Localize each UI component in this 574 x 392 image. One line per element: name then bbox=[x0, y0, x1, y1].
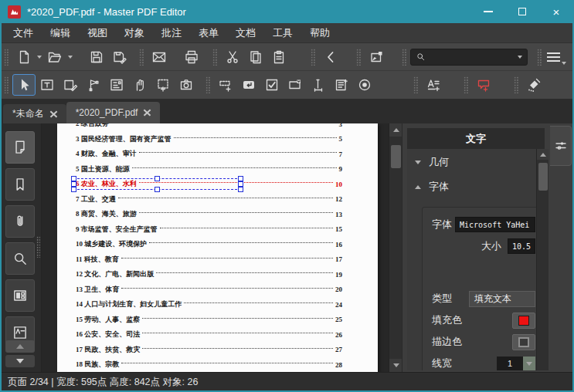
callout-annotation-button[interactable] bbox=[472, 74, 495, 96]
open-file-dropdown[interactable] bbox=[66, 46, 74, 68]
tab-close-icon[interactable] bbox=[144, 110, 151, 117]
copy-button[interactable] bbox=[244, 46, 267, 68]
menu-item[interactable]: 文档 bbox=[227, 23, 264, 42]
toc-row[interactable]: 4 财政、金融、审计7 bbox=[57, 147, 378, 162]
edit-image-tool-button[interactable] bbox=[59, 74, 82, 96]
new-document-button[interactable] bbox=[12, 46, 36, 68]
sidebar-search-button[interactable] bbox=[5, 242, 35, 275]
toolbar-drag-handle[interactable] bbox=[537, 49, 542, 66]
menu-item[interactable]: 对象 bbox=[116, 23, 153, 42]
document-scrollbar[interactable] bbox=[389, 123, 402, 372]
return-key-tool-button[interactable] bbox=[237, 74, 260, 96]
fill-color-button[interactable] bbox=[512, 313, 535, 329]
panel-scrollbar[interactable] bbox=[536, 149, 549, 370]
menu-item[interactable]: 帮助 bbox=[301, 23, 338, 42]
add-text-annotation-button[interactable] bbox=[422, 74, 445, 96]
toolbar-drag-handle[interactable] bbox=[464, 76, 468, 93]
panel-toggle-flap[interactable] bbox=[550, 126, 572, 166]
panel-scroll-up-icon[interactable] bbox=[537, 149, 549, 160]
toc-row[interactable]: 15 劳动、人事、监察25 bbox=[57, 313, 378, 328]
tab-close-icon[interactable] bbox=[50, 110, 57, 117]
menu-item[interactable]: 工具 bbox=[264, 23, 301, 42]
radio-button-tool-button[interactable] bbox=[353, 74, 376, 96]
toc-row[interactable]: 5 国土资源、能源9 bbox=[57, 162, 378, 177]
print-button[interactable] bbox=[180, 46, 203, 68]
selection-handle[interactable] bbox=[155, 176, 160, 181]
toc-row[interactable]: 17 民政、扶贫、救灾27 bbox=[57, 343, 378, 358]
toc-row[interactable]: 2 综合政务3 bbox=[57, 123, 378, 132]
select-tool-button[interactable] bbox=[12, 74, 36, 96]
new-document-dropdown[interactable] bbox=[36, 46, 43, 68]
save-button[interactable] bbox=[85, 46, 108, 68]
sidebar-pages-button[interactable] bbox=[5, 131, 35, 164]
search-box[interactable] bbox=[410, 49, 528, 66]
menu-item[interactable]: 表单 bbox=[190, 23, 227, 42]
edit-path-tool-button[interactable] bbox=[82, 74, 105, 96]
toc-row[interactable]: 16 公安、安全、司法26 bbox=[57, 327, 378, 343]
back-button[interactable] bbox=[319, 46, 342, 68]
toolbar-drag-handle[interactable] bbox=[311, 49, 315, 66]
checkbox-tool-button[interactable] bbox=[260, 74, 284, 96]
measure-tool-button[interactable] bbox=[307, 74, 330, 96]
toolbar-drag-handle[interactable] bbox=[205, 76, 210, 93]
toc-row[interactable]: 18 民族、宗教28 bbox=[57, 357, 378, 372]
toolbar-drag-handle[interactable] bbox=[4, 76, 8, 93]
toolbar-menu-button[interactable] bbox=[545, 49, 562, 65]
section-font[interactable]: 字体 bbox=[407, 174, 549, 198]
toc-row[interactable]: 10 城乡建设、环境保护16 bbox=[57, 237, 378, 252]
panel-scrollbar-thumb[interactable] bbox=[538, 163, 548, 191]
font-family-field[interactable]: Microsoft YaHei bbox=[455, 217, 535, 232]
tab-2020-pdf[interactable]: *2020_PDF.pdf bbox=[66, 102, 161, 123]
toolbar-drag-handle[interactable] bbox=[139, 49, 144, 66]
open-file-button[interactable] bbox=[43, 46, 66, 68]
paste-button[interactable] bbox=[267, 46, 290, 68]
edit-forms-tool-button[interactable] bbox=[105, 74, 128, 96]
toc-row[interactable]: 6 农业、林业、水利10 bbox=[57, 177, 378, 192]
listbox-tool-button[interactable] bbox=[330, 74, 353, 96]
snapshot-button[interactable] bbox=[365, 46, 388, 68]
select-area-tool-button[interactable] bbox=[151, 74, 175, 96]
text-type-dropdown[interactable]: 填充文本 bbox=[469, 291, 535, 307]
sidebar-scroll-up-button[interactable] bbox=[5, 340, 35, 353]
save-as-button[interactable] bbox=[108, 46, 131, 68]
toolbar-drag-handle[interactable] bbox=[402, 49, 406, 66]
maximize-button[interactable] bbox=[517, 6, 528, 17]
combobox-tool-button[interactable] bbox=[284, 74, 307, 96]
hand-tool-button[interactable] bbox=[128, 74, 151, 96]
toolbar-drag-handle[interactable] bbox=[4, 49, 8, 66]
toc-row[interactable]: 13 卫生、体育20 bbox=[57, 282, 378, 298]
toc-row[interactable]: 8 商贸、海关、旅游13 bbox=[57, 207, 378, 222]
selection-handle[interactable] bbox=[238, 176, 243, 181]
line-width-field[interactable]: 1 bbox=[497, 357, 523, 371]
line-width-dropdown[interactable] bbox=[523, 357, 535, 371]
close-button[interactable]: × bbox=[551, 6, 562, 17]
toc-row[interactable]: 7 工业、交通12 bbox=[57, 192, 378, 208]
menu-item[interactable]: 文件 bbox=[5, 23, 42, 42]
signature-tool-button[interactable] bbox=[522, 74, 545, 96]
toolbar-drag-handle[interactable] bbox=[413, 76, 418, 93]
toc-row[interactable]: 11 科技、教育17 bbox=[57, 252, 378, 268]
text-field-tool-button[interactable] bbox=[214, 74, 237, 96]
minimize-button[interactable] bbox=[483, 6, 494, 17]
sidebar-scroll-down-button[interactable] bbox=[5, 355, 35, 367]
font-size-field[interactable]: 10.5 bbox=[508, 238, 535, 254]
toc-row[interactable]: 12 文化、广电、新闻出版19 bbox=[57, 267, 378, 282]
menu-item[interactable]: 批注 bbox=[153, 23, 190, 42]
document-area[interactable]: 2 综合政务33 国民经济管理、国有资产监管54 财政、金融、审计75 国土资源… bbox=[42, 123, 389, 372]
toolbar-drag-handle[interactable] bbox=[514, 76, 518, 93]
toc-row[interactable]: 3 国民经济管理、国有资产监管5 bbox=[57, 132, 378, 147]
toc-row[interactable]: 14 人口与计划生育、妇女儿童工作24 bbox=[57, 297, 378, 313]
stroke-color-button[interactable] bbox=[512, 334, 535, 350]
toolbar-drag-handle[interactable] bbox=[212, 49, 217, 66]
cut-button[interactable] bbox=[221, 46, 244, 68]
section-geometry[interactable]: 几何 bbox=[407, 149, 549, 174]
email-button[interactable] bbox=[148, 46, 171, 68]
toolbar-drag-handle[interactable] bbox=[356, 49, 361, 66]
scroll-up-arrow-icon[interactable] bbox=[389, 123, 402, 137]
toc-row[interactable]: 9 市场监管、安全生产监管15 bbox=[57, 222, 378, 238]
search-dropdown-icon[interactable] bbox=[518, 56, 522, 59]
sidebar-bookmarks-button[interactable] bbox=[5, 168, 35, 201]
scrollbar-thumb[interactable] bbox=[391, 145, 401, 168]
menu-item[interactable]: 编辑 bbox=[42, 23, 79, 42]
camera-tool-button[interactable] bbox=[175, 74, 198, 96]
